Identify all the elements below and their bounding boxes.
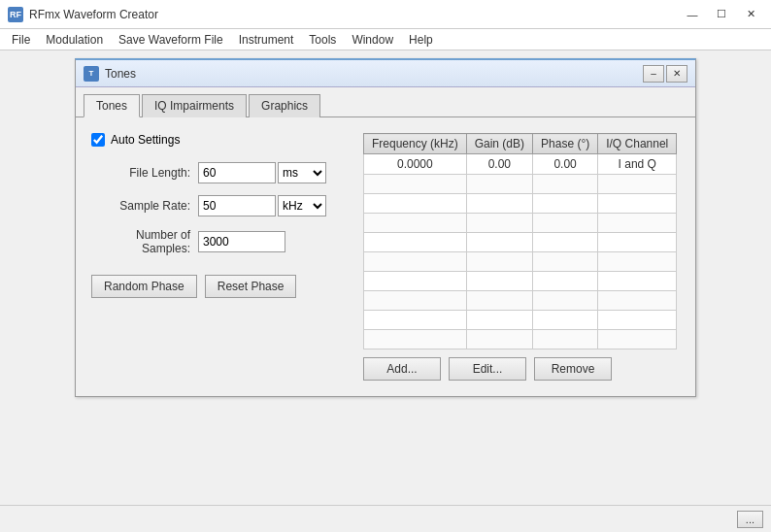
file-length-label: File Length:: [91, 166, 198, 180]
cell-empty: [598, 194, 677, 214]
cell-empty: [364, 175, 467, 194]
table-row-empty: [364, 233, 677, 252]
dialog-title-left: T Tones: [84, 66, 136, 82]
auto-settings-label: Auto Settings: [111, 133, 180, 147]
cell-empty: [364, 194, 467, 214]
cell-empty: [598, 214, 677, 233]
random-phase-button[interactable]: Random Phase: [91, 275, 197, 298]
cell-gain: 0.00: [466, 154, 532, 175]
sample-rate-unit-select[interactable]: kHz MHz: [278, 195, 326, 216]
reset-phase-button[interactable]: Reset Phase: [205, 275, 297, 298]
menu-help[interactable]: Help: [401, 31, 441, 49]
cell-empty: [533, 214, 598, 233]
num-samples-row: Number of Samples:: [91, 228, 353, 255]
menu-window[interactable]: Window: [344, 31, 401, 49]
cell-empty: [364, 252, 467, 272]
cell-empty: [598, 291, 677, 311]
remove-button[interactable]: Remove: [534, 357, 612, 381]
table-row-empty: [364, 311, 677, 330]
table-row-empty: [364, 194, 677, 214]
cell-phase: 0.00: [533, 154, 598, 175]
tones-table: Frequency (kHz) Gain (dB) Phase (°) I/Q …: [363, 133, 677, 349]
app-title: RFmx Waveform Creator: [29, 8, 158, 21]
table-row: 0.0000 0.00 0.00 I and Q: [364, 154, 677, 175]
num-samples-input[interactable]: [198, 231, 285, 252]
app-icon: RF: [8, 7, 23, 22]
num-samples-label: Number of Samples:: [91, 228, 198, 255]
cell-empty: [364, 214, 467, 233]
tab-graphics[interactable]: Graphics: [249, 94, 320, 117]
phase-buttons-row: Random Phase Reset Phase: [91, 275, 353, 298]
cell-empty: [533, 330, 598, 349]
title-bar-controls: — ☐ ✕: [680, 6, 763, 23]
dialog-close-button[interactable]: ✕: [666, 65, 687, 83]
cell-empty: [364, 311, 467, 330]
menu-tools[interactable]: Tools: [301, 31, 344, 49]
table-row-empty: [364, 214, 677, 233]
dialog-controls: – ✕: [643, 65, 687, 83]
menu-instrument[interactable]: Instrument: [231, 31, 302, 49]
table-row-empty: [364, 175, 677, 194]
cell-empty: [598, 330, 677, 349]
col-channel: I/Q Channel: [598, 134, 677, 154]
cell-empty: [364, 291, 467, 311]
cell-empty: [533, 291, 598, 311]
title-bar: RF RFmx Waveform Creator — ☐ ✕: [0, 0, 771, 29]
cell-empty: [533, 272, 598, 291]
file-length-unit-select[interactable]: ms s us: [278, 162, 326, 183]
minimize-button[interactable]: —: [680, 6, 705, 23]
dialog-title: Tones: [105, 67, 136, 81]
cell-empty: [598, 252, 677, 272]
cell-empty: [533, 252, 598, 272]
edit-button[interactable]: Edit...: [449, 357, 526, 381]
cell-empty: [364, 272, 467, 291]
dialog-minimize-button[interactable]: –: [643, 65, 664, 83]
add-button[interactable]: Add...: [363, 357, 441, 381]
cell-empty: [466, 252, 532, 272]
cell-empty: [598, 272, 677, 291]
auto-settings-row: Auto Settings: [91, 133, 353, 147]
tab-bar: Tones IQ Impairments Graphics: [76, 87, 695, 117]
cell-empty: [466, 175, 532, 194]
close-button[interactable]: ✕: [738, 6, 763, 23]
cell-empty: [466, 330, 532, 349]
cell-empty: [533, 194, 598, 214]
dialog-icon: T: [84, 66, 99, 82]
status-extra-button[interactable]: ...: [737, 511, 763, 528]
auto-settings-checkbox[interactable]: [91, 133, 105, 147]
dialog-title-bar: T Tones – ✕: [76, 60, 695, 87]
cell-empty: [598, 175, 677, 194]
sample-rate-input[interactable]: [198, 195, 276, 216]
cell-empty: [598, 311, 677, 330]
form-section: Auto Settings File Length: ms s us: [91, 133, 353, 298]
tab-tones[interactable]: Tones: [84, 94, 140, 117]
menu-save-waveform[interactable]: Save Waveform File: [111, 31, 231, 49]
menu-bar: File Modulation Save Waveform File Instr…: [0, 29, 771, 50]
cell-empty: [533, 311, 598, 330]
cell-empty: [466, 272, 532, 291]
col-phase: Phase (°): [533, 134, 598, 154]
menu-modulation[interactable]: Modulation: [38, 31, 111, 49]
cell-empty: [466, 214, 532, 233]
col-frequency: Frequency (kHz): [364, 134, 467, 154]
cell-empty: [533, 233, 598, 252]
tones-dialog: T Tones – ✕ Tones IQ Impairments Graphic…: [75, 58, 696, 397]
tab-iq-impairments[interactable]: IQ Impairments: [142, 94, 247, 117]
cell-empty: [466, 194, 532, 214]
cell-empty: [466, 311, 532, 330]
status-bar: ...: [0, 505, 771, 532]
table-row-empty: [364, 272, 677, 291]
maximize-button[interactable]: ☐: [709, 6, 734, 23]
cell-frequency: 0.0000: [364, 154, 467, 175]
dialog-body: Auto Settings File Length: ms s us: [76, 117, 695, 396]
title-bar-left: RF RFmx Waveform Creator: [8, 7, 158, 22]
menu-file[interactable]: File: [4, 31, 38, 49]
file-length-input[interactable]: [198, 162, 276, 183]
cell-empty: [466, 291, 532, 311]
cell-empty: [364, 233, 467, 252]
main-area: T Tones – ✕ Tones IQ Impairments Graphic…: [0, 50, 771, 505]
cell-empty: [466, 233, 532, 252]
table-section: Frequency (kHz) Gain (dB) Phase (°) I/Q …: [363, 133, 680, 381]
table-row-empty: [364, 291, 677, 311]
file-length-row: File Length: ms s us: [91, 162, 353, 183]
